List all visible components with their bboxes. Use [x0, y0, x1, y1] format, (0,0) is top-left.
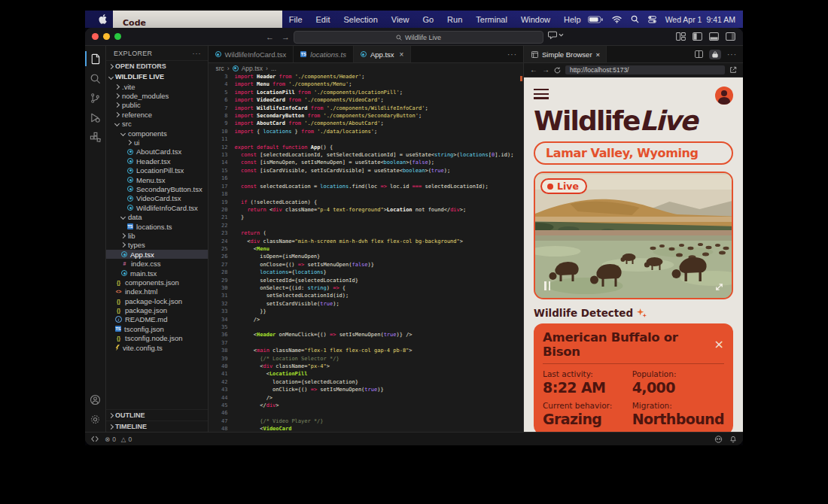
close-window-button[interactable] — [92, 33, 99, 40]
settings-gear-icon[interactable] — [85, 409, 105, 429]
code-editor[interactable]: 3import Header from './components/Header… — [209, 73, 524, 432]
tab-WildlifeInfoCard.tsx[interactable]: WildlifeInfoCard.tsx — [209, 46, 294, 62]
live-video-card[interactable]: Live — [534, 172, 733, 299]
close-tab-icon[interactable]: × — [596, 50, 601, 59]
history-forward-button[interactable]: → — [282, 32, 290, 41]
fullscreen-button[interactable] — [714, 282, 724, 292]
menu-app-name[interactable]: Code — [113, 11, 282, 28]
menu-selection[interactable]: Selection — [337, 15, 385, 24]
tree-item-index.css[interactable]: #index.css — [106, 259, 208, 268]
tree-item-index.html[interactable]: <>index.html — [106, 287, 208, 296]
browser-reload-icon[interactable] — [554, 67, 561, 74]
code-line: 9import AboutCard from './components/Abo… — [209, 120, 524, 127]
problems-indicator[interactable]: ⊗ 0 △ 0 — [105, 436, 132, 443]
browser-more-actions-icon[interactable]: ··· — [727, 50, 737, 59]
menu-go[interactable]: Go — [416, 15, 440, 24]
breadcrumb-file[interactable]: App.tsx — [242, 65, 263, 72]
menu-run[interactable]: Run — [440, 15, 469, 24]
tree-item-components[interactable]: components — [106, 129, 208, 138]
timeline-section[interactable]: TIMELINE — [106, 421, 208, 432]
search-view-icon[interactable] — [85, 68, 105, 88]
control-center-icon[interactable] — [648, 16, 656, 23]
tree-item-locations.ts[interactable]: TSlocations.ts — [106, 222, 208, 231]
browser-forward-icon[interactable]: → — [542, 66, 549, 74]
tree-item-vite.config.ts[interactable]: vite.config.ts — [106, 343, 208, 352]
menu-file[interactable]: File — [282, 15, 309, 24]
menu-edit[interactable]: Edit — [309, 15, 337, 24]
hamburger-menu-icon[interactable] — [534, 87, 549, 99]
tree-item-types[interactable]: types — [106, 241, 208, 250]
tree-item-tsconfig.node.json[interactable]: {}tsconfig.node.json — [106, 334, 208, 343]
lock-icon[interactable] — [709, 50, 721, 59]
customize-layout-icon[interactable] — [676, 32, 686, 41]
tree-item-ui[interactable]: ui — [106, 138, 208, 147]
tree-item-package-lock.json[interactable]: {}package-lock.json — [106, 296, 208, 305]
toggle-primary-sidebar-icon[interactable] — [693, 32, 702, 41]
menu-terminal[interactable]: Terminal — [469, 15, 514, 24]
url-input[interactable]: http://localhost:5173/ — [565, 65, 725, 74]
tree-item-main.tsx[interactable]: main.tsx — [106, 269, 208, 278]
browser-back-icon[interactable]: ← — [530, 66, 537, 74]
tree-item-WildlifeInfoCard.tsx[interactable]: WildlifeInfoCard.tsx — [106, 203, 208, 212]
breadcrumb-src[interactable]: src — [216, 65, 224, 72]
run-debug-icon[interactable] — [85, 108, 105, 127]
pause-button[interactable] — [544, 281, 550, 290]
tree-item-node_modules[interactable]: node_modules — [106, 91, 208, 100]
apple-logo-icon[interactable] — [93, 14, 113, 24]
tab-App.tsx[interactable]: App.tsx× — [354, 46, 412, 62]
tree-item-.vite[interactable]: .vite — [106, 82, 208, 91]
tree-item-VideoCard.tsx[interactable]: VideoCard.tsx — [106, 194, 208, 203]
location-pill-button[interactable]: Lamar Valley, Wyoming — [534, 141, 733, 165]
avatar[interactable] — [715, 87, 733, 105]
menu-help[interactable]: Help — [557, 15, 588, 24]
open-external-icon[interactable] — [729, 66, 737, 74]
tab-locations.ts[interactable]: TSlocations.ts — [294, 46, 354, 62]
tree-item-reference[interactable]: reference — [106, 110, 208, 119]
spotlight-icon[interactable] — [631, 15, 639, 23]
breadcrumb-symbol[interactable]: ... — [271, 65, 276, 72]
tree-item-components.json[interactable]: {}components.json — [106, 278, 208, 287]
remote-indicator[interactable] — [91, 436, 99, 442]
breadcrumb[interactable]: src › App.tsx › ... — [209, 63, 524, 73]
explorer-icon[interactable] — [85, 49, 105, 68]
chevron-right-icon — [108, 424, 114, 429]
tree-item-App.tsx[interactable]: App.tsx — [106, 250, 208, 259]
history-back-button[interactable]: ← — [266, 32, 274, 41]
accounts-icon[interactable] — [85, 390, 105, 409]
copilot-status-icon[interactable] — [714, 436, 723, 443]
workspace-root[interactable]: WILDLIFE LIVE — [106, 71, 208, 82]
close-tab-icon[interactable]: × — [400, 50, 404, 59]
zoom-window-button[interactable] — [114, 33, 121, 40]
open-editors-section[interactable]: OPEN EDITORS — [106, 60, 208, 71]
minimize-window-button[interactable] — [103, 33, 110, 40]
menu-window[interactable]: Window — [514, 15, 557, 24]
react-file-icon — [127, 186, 133, 192]
tree-item-src[interactable]: src — [106, 120, 208, 129]
tree-item-SecondaryButton.tsx[interactable]: SecondaryButton.tsx — [106, 184, 208, 193]
tree-item-Header.tsx[interactable]: Header.tsx — [106, 156, 208, 165]
menu-view[interactable]: View — [385, 15, 416, 24]
source-control-icon[interactable] — [85, 88, 105, 108]
split-editor-icon[interactable] — [695, 50, 703, 58]
tree-item-data[interactable]: data — [106, 212, 208, 221]
tree-item-AboutCard.tsx[interactable]: AboutCard.tsx — [106, 147, 208, 156]
close-card-icon[interactable]: × — [714, 339, 724, 351]
tree-item-tsconfig.json[interactable]: TStsconfig.json — [106, 324, 208, 333]
tree-item-package.json[interactable]: {}package.json — [106, 305, 208, 314]
notifications-bell-icon[interactable] — [729, 435, 737, 443]
outline-section[interactable]: OUTLINE — [106, 409, 208, 421]
editor-more-actions-icon[interactable]: ··· — [507, 46, 523, 62]
tree-item-lib[interactable]: lib — [106, 231, 208, 240]
tree-item-Menu.tsx[interactable]: Menu.tsx — [106, 175, 208, 184]
tree-item-label: App.tsx — [130, 250, 154, 259]
toggle-panel-icon[interactable] — [709, 32, 719, 41]
toggle-secondary-sidebar-icon[interactable] — [726, 32, 735, 41]
copilot-menu-button[interactable] — [548, 31, 564, 39]
command-center-search[interactable]: Wildlife Live — [294, 31, 543, 44]
tree-item-LocationPill.tsx[interactable]: LocationPill.tsx — [106, 166, 208, 175]
explorer-more-actions-icon[interactable]: ··· — [193, 50, 202, 57]
simple-browser-tab[interactable]: Simple Browser × — [524, 46, 607, 62]
tree-item-public[interactable]: public — [106, 101, 208, 110]
extensions-icon[interactable] — [85, 127, 105, 147]
tree-item-README.md[interactable]: iREADME.md — [106, 315, 208, 324]
